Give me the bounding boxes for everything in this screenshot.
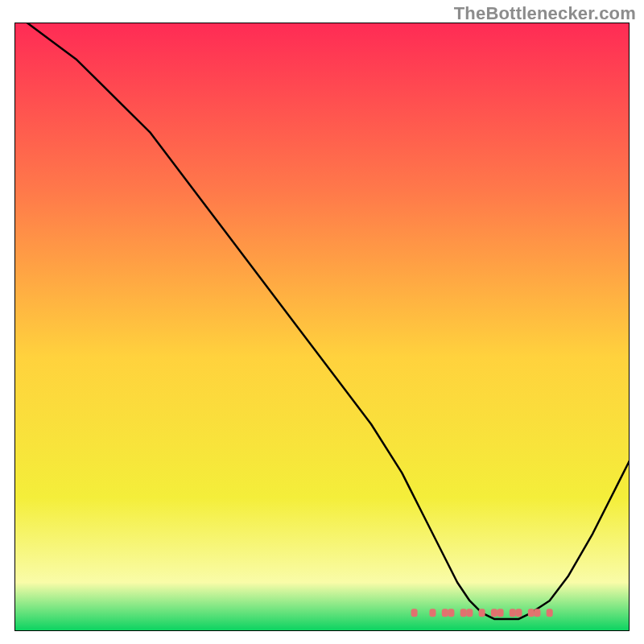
dot [534,609,540,617]
dot [442,609,448,617]
dot [430,609,436,617]
plot-area [14,23,630,631]
dot [411,609,418,617]
dot [528,609,535,617]
dot [466,609,473,617]
chart-container: TheBottlenecker.com [0,0,644,644]
gradient-bg [14,23,630,631]
dot [547,609,553,617]
bottom-dots [411,609,553,617]
dot [497,609,504,617]
dot [479,609,485,617]
dot [448,609,454,617]
plot-svg [14,23,630,631]
attribution-text: TheBottlenecker.com [454,3,636,24]
dot [460,609,467,617]
dot [516,609,522,617]
dot [491,609,497,617]
dot [510,609,516,617]
